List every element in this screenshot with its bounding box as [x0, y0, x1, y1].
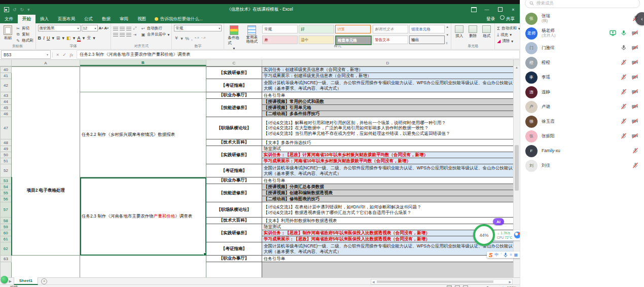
sheet-tab[interactable]: Sheet1: [14, 277, 38, 285]
column-header-B[interactable]: B: [80, 60, 206, 66]
zoom-level[interactable]: 100%: [507, 285, 517, 287]
grow-font-icon[interactable]: A˄: [99, 26, 103, 30]
ribbon-tab-4[interactable]: 页面布局: [53, 15, 80, 23]
ribbon-tab-5[interactable]: 公式: [80, 15, 97, 23]
cell-C-52[interactable]: 【考证指南】: [206, 164, 262, 177]
cell-C-48[interactable]: 【技术大百科】: [206, 139, 262, 146]
format-as-table-button[interactable]: 套用表格格式: [243, 25, 260, 45]
assistant-ball-icon[interactable]: [514, 231, 520, 239]
ribbon-tab-1[interactable]: 文件: [0, 15, 18, 23]
cell-C-57[interactable]: 【职场纵横论坛】: [206, 202, 262, 218]
cell-style-7[interactable]: 解释性文本: [373, 25, 408, 33]
row-header-59[interactable]: 59: [1, 224, 12, 230]
align-middle-icon[interactable]: [120, 27, 125, 30]
normal-view-icon[interactable]: [447, 285, 452, 287]
row-header-64[interactable]: 64: [1, 262, 12, 278]
cell-D-64[interactable]: 【授课视频】认识WPS 演示: [262, 262, 514, 278]
insert-function-icon[interactable]: fx: [70, 52, 74, 57]
page-break-view-icon[interactable]: [463, 285, 468, 287]
row-header-48[interactable]: 48: [1, 139, 12, 146]
cell-D-41[interactable]: 学习成果展示：创建班级党员信息表（合同没有，新增）: [262, 73, 514, 79]
cell-D-55[interactable]: 【授课视频】创建和编辑数据透视表: [262, 190, 514, 196]
sign-in-button[interactable]: 登录: [486, 16, 495, 22]
mic-muted-icon[interactable]: [621, 73, 627, 82]
align-top-icon[interactable]: [113, 27, 118, 30]
decrease-decimal-icon[interactable]: ⁻·⁰: [201, 37, 205, 41]
row-header-46[interactable]: 46: [1, 111, 12, 117]
row-header-54[interactable]: 54: [1, 184, 12, 190]
cell-D-44[interactable]: 【授课视频】常用的公式和函数: [262, 99, 514, 105]
new-sheet-button[interactable]: +: [41, 278, 47, 284]
hscroll-thumb[interactable]: [377, 280, 493, 283]
mic-muted-icon[interactable]: [621, 58, 627, 67]
row-header-45[interactable]: 45: [1, 105, 12, 111]
cell-C-62[interactable]: 【考证指南】: [206, 242, 262, 256]
participant-row-2[interactable]: 老师杨老师(主持人): [520, 26, 644, 41]
participant-row-4[interactable]: 橙橙橙: [520, 55, 644, 70]
cell-style-4[interactable]: 适中: [299, 35, 334, 44]
bold-button[interactable]: B: [38, 35, 42, 41]
cell-style-5[interactable]: 计算: [335, 25, 371, 33]
cell-C-53[interactable]: 【职业办事厅】: [206, 177, 262, 184]
row-header-50[interactable]: 50: [1, 152, 12, 158]
save-icon[interactable]: [4, 7, 9, 12]
cell-B-selected[interactable]: 任务2.3 制作《河南各地市主要农作物产量和价格》调查表: [80, 177, 206, 256]
align-right-icon[interactable]: [126, 33, 131, 37]
cell-D-56[interactable]: 【二维动画】修饰图表的技巧: [262, 196, 514, 202]
participant-row-1[interactable]: 张张瑞(我): [520, 11, 644, 26]
vscroll-thumb[interactable]: [515, 145, 519, 191]
ribbon-tab-8[interactable]: 视图: [133, 15, 151, 23]
clear-button[interactable]: ◢清除▾: [497, 39, 520, 44]
wrap-text-button[interactable]: ↩自动换行: [141, 26, 162, 31]
ribbon-display-options-icon[interactable]: [467, 4, 480, 15]
cell-style-8[interactable]: 警告文本: [373, 35, 408, 44]
cell-B-merge[interactable]: [80, 67, 206, 92]
ime-toolbox-icon[interactable]: ▦: [514, 253, 518, 257]
sogou-logo-icon[interactable]: S: [489, 252, 492, 258]
mic-muted-icon[interactable]: [621, 132, 627, 141]
cell-D-57[interactable]: 【讨论&交流1】在表格计算中遇到错误时，如#DIV/0!，如何诊断和解决这些问题…: [262, 202, 514, 218]
cell-C-59[interactable]: 【实践研修所】: [206, 224, 262, 242]
cell-style-1[interactable]: 常规: [262, 25, 298, 33]
ime-keyboard-icon[interactable]: ⌗: [510, 253, 512, 258]
mic-muted-icon[interactable]: [632, 161, 638, 170]
font-color-icon[interactable]: A: [77, 35, 81, 41]
camera-off-icon[interactable]: [631, 73, 638, 82]
camera-off-icon[interactable]: [631, 132, 638, 141]
cell-D-42[interactable]: 全国计算机等级考试(NCRE)一级、二级、办公软件应用操作专项职业能力认证、WP…: [262, 79, 514, 92]
cell-style-3[interactable]: 好: [299, 25, 334, 33]
cell-style-9[interactable]: 链接单元格: [409, 25, 445, 33]
format-cells-button[interactable]: 格式: [481, 25, 492, 39]
row-header-53[interactable]: 53: [1, 177, 12, 184]
column-header-C[interactable]: C: [206, 60, 262, 66]
zoom-slider[interactable]: −+: [471, 285, 504, 287]
font-size-combo[interactable]: 12▾: [82, 25, 98, 31]
search-members-box[interactable]: 搜索成员: [525, 0, 640, 8]
tell-me-box[interactable]: 告诉我你想要做什么...: [151, 15, 207, 23]
font-name-combo[interactable]: 微软雅黑▾: [38, 25, 81, 31]
row-header-42[interactable]: 42: [1, 79, 12, 92]
mic-muted-icon[interactable]: [621, 117, 627, 126]
cell-C-49[interactable]: 【实践研修所】: [206, 146, 262, 164]
comma-style-icon[interactable]: ,: [191, 36, 193, 41]
indent-icon[interactable]: ⇥: [133, 32, 136, 37]
row-header-52[interactable]: 52: [1, 164, 12, 177]
italic-button[interactable]: I: [43, 35, 45, 41]
redo-icon[interactable]: ↻: [20, 7, 24, 12]
delete-cells-button[interactable]: 删除: [467, 25, 479, 39]
cancel-entry-icon[interactable]: ×: [56, 52, 59, 57]
cell-C-63[interactable]: 【职业办事厅】: [206, 256, 262, 262]
participant-row-6[interactable]: 连连静: [520, 85, 644, 99]
cell-C-44[interactable]: 【技能进修所】: [206, 99, 262, 117]
ime-mic-icon[interactable]: [504, 253, 508, 258]
cell-D-51[interactable]: 学习成果展示：河南省10年以来乡村振兴财政拨款平均数（合同没有，新增）: [262, 158, 514, 164]
cell-C-47[interactable]: 【职场纵横论坛】: [206, 117, 262, 139]
accounting-format-icon[interactable]: ￥: [174, 35, 178, 42]
camera-off-icon[interactable]: [631, 44, 638, 53]
row-header-63[interactable]: 63: [1, 256, 12, 262]
name-box[interactable]: B53▾: [1, 50, 51, 59]
cell-style-10[interactable]: 输出: [409, 35, 445, 44]
select-all-corner[interactable]: [0, 60, 12, 66]
row-header-47[interactable]: 47: [1, 117, 12, 139]
cell-C-54[interactable]: 【技能进修所】: [206, 184, 262, 202]
